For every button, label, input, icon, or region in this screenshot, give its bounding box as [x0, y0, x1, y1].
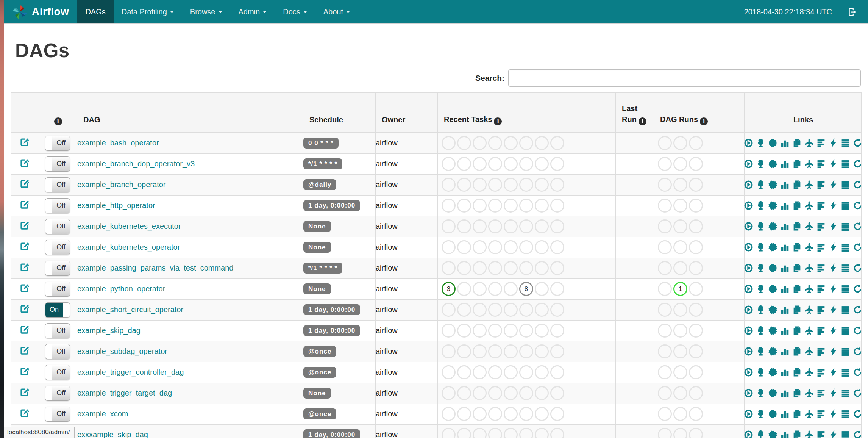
task-duration-icon[interactable]: [780, 284, 790, 294]
task-duration-icon[interactable]: [780, 201, 790, 210]
task-duration-icon[interactable]: [780, 242, 790, 252]
graph-view-icon[interactable]: [768, 222, 777, 231]
landing-times-icon[interactable]: [804, 409, 814, 419]
dag-name-link[interactable]: example_trigger_target_dag: [77, 389, 172, 397]
graph-view-icon[interactable]: [768, 284, 777, 294]
tree-view-icon[interactable]: [756, 159, 765, 169]
trigger-dag-icon[interactable]: [744, 159, 753, 169]
edit-dag-button[interactable]: [19, 221, 30, 231]
pause-toggle[interactable]: Off: [45, 282, 70, 297]
task-state-circle[interactable]: [535, 386, 549, 400]
search-input[interactable]: [508, 69, 861, 87]
task-state-circle[interactable]: [473, 178, 487, 192]
task-state-circle[interactable]: [519, 261, 533, 275]
task-state-circle[interactable]: [473, 199, 487, 213]
task-state-circle[interactable]: [673, 219, 687, 233]
nav-item-dags[interactable]: DAGs: [77, 0, 113, 23]
task-state-circle[interactable]: [488, 303, 502, 317]
task-state-circle[interactable]: [689, 407, 703, 421]
task-state-circle[interactable]: [473, 282, 487, 296]
tree-view-icon[interactable]: [756, 222, 765, 231]
task-state-circle[interactable]: [689, 344, 703, 358]
task-tries-icon[interactable]: [792, 222, 802, 231]
refresh-icon[interactable]: [853, 242, 862, 252]
task-state-circle[interactable]: [457, 240, 471, 254]
task-state-circle[interactable]: [673, 136, 687, 150]
pause-toggle[interactable]: Off: [45, 240, 70, 255]
task-duration-icon[interactable]: [780, 388, 790, 398]
task-duration-icon[interactable]: [780, 159, 790, 169]
task-state-circle[interactable]: [550, 261, 564, 275]
landing-times-icon[interactable]: [804, 159, 814, 169]
task-state-circle[interactable]: [473, 157, 487, 171]
pause-toggle[interactable]: Off: [45, 177, 70, 192]
logs-icon[interactable]: [841, 347, 850, 356]
task-state-circle[interactable]: [550, 157, 564, 171]
edit-dag-button[interactable]: [19, 346, 30, 356]
task-state-circle[interactable]: [658, 178, 672, 192]
pause-toggle[interactable]: Off: [45, 219, 70, 234]
task-state-circle[interactable]: [442, 136, 456, 150]
graph-view-icon[interactable]: [768, 388, 777, 398]
gantt-icon[interactable]: [816, 222, 826, 231]
task-state-circle[interactable]: [442, 407, 456, 421]
dag-name-link[interactable]: example_bash_operator: [77, 139, 159, 147]
code-view-icon[interactable]: [829, 180, 838, 189]
task-state-circle[interactable]: [658, 199, 672, 213]
refresh-icon[interactable]: [853, 222, 862, 231]
task-state-circle[interactable]: [689, 365, 703, 379]
trigger-dag-icon[interactable]: [744, 409, 753, 419]
landing-times-icon[interactable]: [804, 305, 814, 314]
task-state-circle[interactable]: [689, 136, 703, 150]
pause-toggle[interactable]: Off: [45, 136, 70, 151]
code-view-icon[interactable]: [829, 242, 838, 252]
task-state-circle[interactable]: [550, 407, 564, 421]
tree-view-icon[interactable]: [756, 180, 765, 189]
task-tries-icon[interactable]: [792, 368, 802, 377]
task-state-circle[interactable]: [457, 428, 471, 438]
task-state-circle[interactable]: [488, 324, 502, 338]
task-tries-icon[interactable]: [792, 159, 802, 169]
task-state-circle[interactable]: [519, 240, 533, 254]
dag-name-link[interactable]: example_branch_operator: [77, 180, 166, 189]
gantt-icon[interactable]: [816, 326, 826, 335]
edit-dag-button[interactable]: [19, 262, 30, 272]
pause-toggle[interactable]: Off: [45, 323, 70, 338]
task-state-circle[interactable]: [504, 428, 518, 438]
task-state-circle[interactable]: [473, 386, 487, 400]
task-duration-icon[interactable]: [780, 347, 790, 356]
task-state-circle[interactable]: [457, 407, 471, 421]
task-state-circle[interactable]: [488, 386, 502, 400]
task-state-circle[interactable]: [658, 282, 672, 296]
task-tries-icon[interactable]: [792, 284, 802, 294]
task-state-circle[interactable]: [535, 157, 549, 171]
task-state-circle[interactable]: [673, 344, 687, 358]
task-state-circle[interactable]: [488, 136, 502, 150]
task-state-circle[interactable]: 1: [673, 282, 687, 296]
task-state-circle[interactable]: [457, 199, 471, 213]
tree-view-icon[interactable]: [756, 347, 765, 356]
task-state-circle[interactable]: [442, 178, 456, 192]
task-state-circle[interactable]: [442, 261, 456, 275]
task-state-circle[interactable]: [504, 407, 518, 421]
task-state-circle[interactable]: [550, 136, 564, 150]
refresh-icon[interactable]: [853, 347, 862, 356]
dag-name-link[interactable]: exxxample_skip_dag: [77, 430, 148, 438]
task-state-circle[interactable]: [473, 240, 487, 254]
task-state-circle[interactable]: [457, 157, 471, 171]
tree-view-icon[interactable]: [756, 409, 765, 419]
task-state-circle[interactable]: [519, 303, 533, 317]
dag-name-link[interactable]: example_kubernetes_executor: [77, 222, 181, 230]
pause-toggle[interactable]: Off: [45, 386, 70, 401]
code-view-icon[interactable]: [829, 409, 838, 419]
task-state-circle[interactable]: [473, 365, 487, 379]
logs-icon[interactable]: [841, 388, 850, 398]
task-duration-icon[interactable]: [780, 138, 790, 148]
task-state-circle[interactable]: [457, 261, 471, 275]
task-state-circle[interactable]: [658, 157, 672, 171]
trigger-dag-icon[interactable]: [744, 388, 753, 398]
task-state-circle[interactable]: [550, 240, 564, 254]
task-state-circle[interactable]: [658, 303, 672, 317]
task-state-circle[interactable]: [689, 178, 703, 192]
task-state-circle[interactable]: [519, 199, 533, 213]
